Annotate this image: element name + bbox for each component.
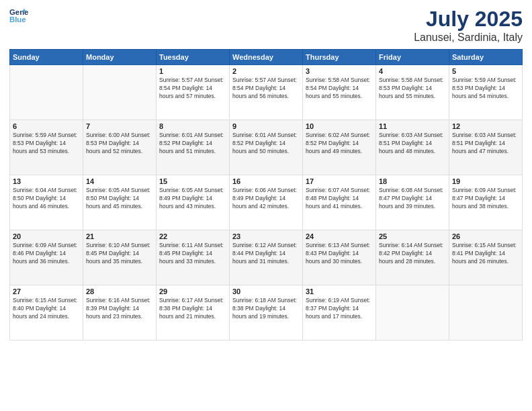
day-number: 20	[13, 232, 80, 240]
day-number: 29	[159, 287, 226, 295]
day-info: Sunrise: 6:02 AM Sunset: 8:52 PM Dayligh…	[306, 132, 373, 156]
weekday-header-thursday: Thursday	[303, 50, 376, 65]
day-number: 17	[306, 177, 373, 185]
calendar-cell: 17Sunrise: 6:07 AM Sunset: 8:48 PM Dayli…	[303, 175, 376, 230]
day-number: 8	[159, 122, 226, 130]
calendar-cell: 10Sunrise: 6:02 AM Sunset: 8:52 PM Dayli…	[303, 120, 376, 175]
calendar-cell: 12Sunrise: 6:03 AM Sunset: 8:51 PM Dayli…	[449, 120, 523, 175]
calendar-week-4: 20Sunrise: 6:09 AM Sunset: 8:46 PM Dayli…	[10, 230, 523, 285]
day-number: 4	[379, 67, 446, 75]
calendar-cell: 31Sunrise: 6:19 AM Sunset: 8:37 PM Dayli…	[303, 285, 376, 340]
calendar-cell	[376, 285, 449, 340]
calendar-cell	[449, 285, 523, 340]
day-info: Sunrise: 6:10 AM Sunset: 8:45 PM Dayligh…	[86, 242, 153, 266]
weekday-header-sunday: Sunday	[10, 50, 83, 65]
calendar-cell: 18Sunrise: 6:08 AM Sunset: 8:47 PM Dayli…	[376, 175, 449, 230]
svg-text:Blue: Blue	[9, 15, 26, 24]
calendar-cell: 9Sunrise: 6:01 AM Sunset: 8:52 PM Daylig…	[230, 120, 303, 175]
day-number: 10	[306, 122, 373, 130]
calendar-page: General Blue July 2025 Lanusei, Sardinia…	[0, 0, 532, 411]
calendar-cell: 5Sunrise: 5:59 AM Sunset: 8:53 PM Daylig…	[449, 65, 523, 120]
calendar-cell: 24Sunrise: 6:13 AM Sunset: 8:43 PM Dayli…	[303, 230, 376, 285]
main-title: July 2025	[414, 7, 523, 32]
day-info: Sunrise: 6:04 AM Sunset: 8:50 PM Dayligh…	[13, 187, 80, 211]
calendar-cell: 6Sunrise: 5:59 AM Sunset: 8:53 PM Daylig…	[10, 120, 83, 175]
day-number: 11	[379, 122, 446, 130]
day-number: 7	[86, 122, 153, 130]
calendar-cell	[83, 65, 157, 120]
calendar-week-5: 27Sunrise: 6:15 AM Sunset: 8:40 PM Dayli…	[10, 285, 523, 340]
day-info: Sunrise: 6:00 AM Sunset: 8:53 PM Dayligh…	[86, 132, 153, 156]
day-info: Sunrise: 6:18 AM Sunset: 8:38 PM Dayligh…	[232, 297, 300, 321]
calendar-cell: 21Sunrise: 6:10 AM Sunset: 8:45 PM Dayli…	[83, 230, 157, 285]
day-number: 12	[452, 122, 519, 130]
day-info: Sunrise: 6:06 AM Sunset: 8:49 PM Dayligh…	[232, 187, 300, 211]
day-info: Sunrise: 6:05 AM Sunset: 8:49 PM Dayligh…	[159, 187, 226, 211]
day-info: Sunrise: 5:58 AM Sunset: 8:54 PM Dayligh…	[306, 77, 373, 101]
day-number: 9	[232, 122, 300, 130]
day-number: 22	[159, 232, 226, 240]
title-block: July 2025 Lanusei, Sardinia, Italy	[414, 7, 523, 44]
calendar-cell: 8Sunrise: 6:01 AM Sunset: 8:52 PM Daylig…	[157, 120, 230, 175]
weekday-header-tuesday: Tuesday	[157, 50, 230, 65]
day-info: Sunrise: 6:12 AM Sunset: 8:44 PM Dayligh…	[232, 242, 300, 266]
calendar-cell: 23Sunrise: 6:12 AM Sunset: 8:44 PM Dayli…	[230, 230, 303, 285]
day-number: 24	[306, 232, 373, 240]
day-number: 25	[379, 232, 446, 240]
day-info: Sunrise: 5:59 AM Sunset: 8:53 PM Dayligh…	[452, 77, 519, 101]
day-number: 30	[232, 287, 300, 295]
logo-icon: General Blue	[9, 7, 28, 26]
calendar-cell	[10, 65, 83, 120]
day-number: 27	[13, 287, 80, 295]
day-info: Sunrise: 6:09 AM Sunset: 8:46 PM Dayligh…	[13, 242, 80, 266]
day-info: Sunrise: 6:07 AM Sunset: 8:48 PM Dayligh…	[306, 187, 373, 211]
weekday-header-row: SundayMondayTuesdayWednesdayThursdayFrid…	[10, 50, 523, 65]
calendar-cell: 25Sunrise: 6:14 AM Sunset: 8:42 PM Dayli…	[376, 230, 449, 285]
day-number: 6	[13, 122, 80, 130]
day-info: Sunrise: 6:17 AM Sunset: 8:38 PM Dayligh…	[159, 297, 226, 321]
calendar-cell: 13Sunrise: 6:04 AM Sunset: 8:50 PM Dayli…	[10, 175, 83, 230]
day-number: 19	[452, 177, 519, 185]
calendar-week-3: 13Sunrise: 6:04 AM Sunset: 8:50 PM Dayli…	[10, 175, 523, 230]
day-number: 26	[452, 232, 519, 240]
weekday-header-saturday: Saturday	[449, 50, 523, 65]
day-number: 1	[159, 67, 226, 75]
day-number: 23	[232, 232, 300, 240]
day-number: 21	[86, 232, 153, 240]
day-info: Sunrise: 6:15 AM Sunset: 8:40 PM Dayligh…	[13, 297, 80, 321]
day-number: 3	[306, 67, 373, 75]
day-info: Sunrise: 6:15 AM Sunset: 8:41 PM Dayligh…	[452, 242, 519, 266]
day-info: Sunrise: 6:16 AM Sunset: 8:39 PM Dayligh…	[86, 297, 153, 321]
day-info: Sunrise: 6:09 AM Sunset: 8:47 PM Dayligh…	[452, 187, 519, 211]
calendar-cell: 27Sunrise: 6:15 AM Sunset: 8:40 PM Dayli…	[10, 285, 83, 340]
day-number: 5	[452, 67, 519, 75]
subtitle: Lanusei, Sardinia, Italy	[414, 32, 523, 44]
day-info: Sunrise: 6:05 AM Sunset: 8:50 PM Dayligh…	[86, 187, 153, 211]
day-number: 31	[306, 287, 373, 295]
calendar-cell: 2Sunrise: 5:57 AM Sunset: 8:54 PM Daylig…	[230, 65, 303, 120]
day-info: Sunrise: 6:08 AM Sunset: 8:47 PM Dayligh…	[379, 187, 446, 211]
day-info: Sunrise: 6:19 AM Sunset: 8:37 PM Dayligh…	[306, 297, 373, 321]
day-info: Sunrise: 6:13 AM Sunset: 8:43 PM Dayligh…	[306, 242, 373, 266]
day-info: Sunrise: 6:01 AM Sunset: 8:52 PM Dayligh…	[232, 132, 300, 156]
calendar-cell: 11Sunrise: 6:03 AM Sunset: 8:51 PM Dayli…	[376, 120, 449, 175]
day-number: 13	[13, 177, 80, 185]
calendar-week-1: 1Sunrise: 5:57 AM Sunset: 8:54 PM Daylig…	[10, 65, 523, 120]
calendar-week-2: 6Sunrise: 5:59 AM Sunset: 8:53 PM Daylig…	[10, 120, 523, 175]
day-info: Sunrise: 6:14 AM Sunset: 8:42 PM Dayligh…	[379, 242, 446, 266]
calendar-cell: 14Sunrise: 6:05 AM Sunset: 8:50 PM Dayli…	[83, 175, 157, 230]
calendar-table: SundayMondayTuesdayWednesdayThursdayFrid…	[9, 49, 523, 340]
day-info: Sunrise: 5:58 AM Sunset: 8:53 PM Dayligh…	[379, 77, 446, 101]
calendar-cell: 19Sunrise: 6:09 AM Sunset: 8:47 PM Dayli…	[449, 175, 523, 230]
calendar-cell: 26Sunrise: 6:15 AM Sunset: 8:41 PM Dayli…	[449, 230, 523, 285]
day-info: Sunrise: 6:01 AM Sunset: 8:52 PM Dayligh…	[159, 132, 226, 156]
day-info: Sunrise: 6:11 AM Sunset: 8:45 PM Dayligh…	[159, 242, 226, 266]
day-info: Sunrise: 5:57 AM Sunset: 8:54 PM Dayligh…	[159, 77, 226, 101]
calendar-cell: 4Sunrise: 5:58 AM Sunset: 8:53 PM Daylig…	[376, 65, 449, 120]
weekday-header-wednesday: Wednesday	[230, 50, 303, 65]
weekday-header-friday: Friday	[376, 50, 449, 65]
day-number: 28	[86, 287, 153, 295]
day-number: 2	[232, 67, 300, 75]
day-info: Sunrise: 5:57 AM Sunset: 8:54 PM Dayligh…	[232, 77, 300, 101]
calendar-cell: 7Sunrise: 6:00 AM Sunset: 8:53 PM Daylig…	[83, 120, 157, 175]
